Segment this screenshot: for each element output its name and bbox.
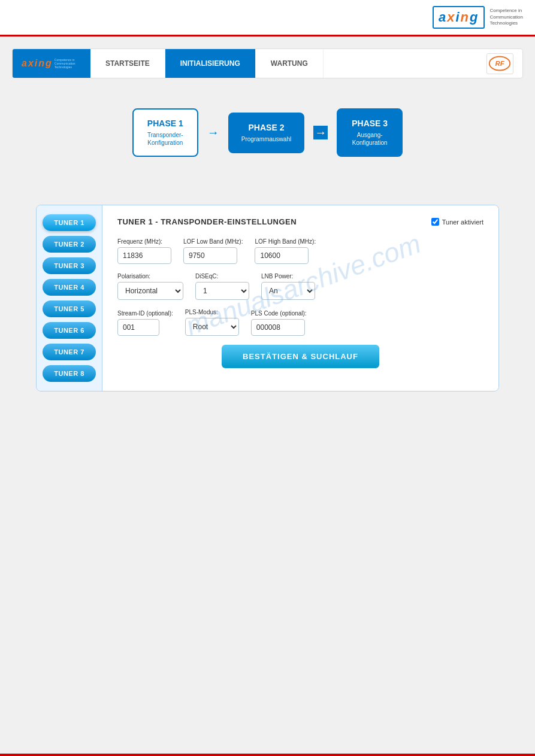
phase-3-box: PHASE 3 Ausgang-Konfiguration xyxy=(337,108,403,157)
tuner-form-area: TUNER 1 - TRANSPONDER-EINSTELLUNGEN Tune… xyxy=(102,205,498,391)
tuner-1-button[interactable]: TUNER 1 xyxy=(43,214,96,231)
form-group-lof-low: LOF Low Band (MHz): xyxy=(183,238,243,264)
phase-container: PHASE 1 Transponder-Konfiguration → PHAS… xyxy=(12,96,523,169)
form-group-pls-modus: PLS-Modus: Root Gold Combo xyxy=(185,309,239,336)
lnb-power-label: LNB Power: xyxy=(261,273,315,280)
pls-code-input[interactable] xyxy=(251,319,305,336)
tuner-panel-wrapper: TUNER 1 TUNER 2 TUNER 3 TUNER 4 TUNER 5 … xyxy=(0,199,535,415)
tuner-4-button[interactable]: TUNER 4 xyxy=(43,279,96,296)
tuner-5-button[interactable]: TUNER 5 xyxy=(43,300,96,317)
freq-input[interactable] xyxy=(117,247,171,264)
nav-logo-sub: Competence inCommunicationTechnologies xyxy=(55,58,75,69)
nav-logo: axing Competence inCommunicationTechnolo… xyxy=(13,49,90,78)
form-group-pls-code: PLS Code (optional): xyxy=(251,310,307,336)
main-content: axing Competence inCommunicationTechnolo… xyxy=(0,37,535,199)
nav-logo-text: axing xyxy=(22,58,53,69)
form-group-lnb-power: LNB Power: An Aus xyxy=(261,273,315,300)
pls-code-label: PLS Code (optional): xyxy=(251,310,307,317)
form-group-lof-high: LOF High Band (MHz): xyxy=(255,238,316,264)
svg-text:RF: RF xyxy=(495,60,504,67)
tuner-panel: TUNER 1 TUNER 2 TUNER 3 TUNER 4 TUNER 5 … xyxy=(36,205,499,391)
form-group-polarisation: Polarisation: Horizontal Vertikal xyxy=(117,273,183,300)
lof-low-label: LOF Low Band (MHz): xyxy=(183,238,243,245)
polarisation-select[interactable]: Horizontal Vertikal xyxy=(117,282,183,300)
tuner-8-button[interactable]: TUNER 8 xyxy=(43,365,96,382)
nav-bar: axing Competence inCommunicationTechnolo… xyxy=(12,48,523,78)
header-logo-area: axing Competence in Communication Techno… xyxy=(433,6,523,29)
lof-high-input[interactable] xyxy=(255,247,309,264)
axing-logo: axing xyxy=(439,10,479,25)
header-tagline: Competence in Communication Technologies xyxy=(489,8,523,26)
phase-1-box: PHASE 1 Transponder-Konfiguration xyxy=(132,108,198,157)
phase-arrow-2: → xyxy=(313,126,328,139)
phase-2-subtitle: Programmauswahl xyxy=(241,135,291,143)
phase-1-subtitle: Transponder-Konfiguration xyxy=(146,131,185,147)
nav-item-initialisierung[interactable]: INITIALISIERUNG xyxy=(165,49,256,78)
tuner-activated-label: Tuner aktiviert xyxy=(442,218,483,226)
tuner-activated-checkbox[interactable] xyxy=(431,218,439,226)
stream-id-input[interactable] xyxy=(117,319,159,336)
form-row-3: Stream-ID (optional): PLS-Modus: Root Go… xyxy=(117,309,483,336)
tuner-6-button[interactable]: TUNER 6 xyxy=(43,322,96,339)
nav-item-startseite[interactable]: STARTSEITE xyxy=(90,49,165,78)
polarisation-label: Polarisation: xyxy=(117,273,183,280)
lof-high-label: LOF High Band (MHz): xyxy=(255,238,316,245)
pls-modus-select[interactable]: Root Gold Combo xyxy=(185,318,239,336)
nav-items: STARTSEITE INITIALISIERUNG WARTUNG xyxy=(90,49,477,78)
form-group-diseqc: DiSEqC: 1 2 3 4 xyxy=(195,273,249,300)
form-row-2: Polarisation: Horizontal Vertikal DiSEqC… xyxy=(117,273,483,300)
form-row-1: Frequenz (MHz): LOF Low Band (MHz): LOF … xyxy=(117,238,483,264)
phase-3-title: PHASE 3 xyxy=(350,119,389,128)
form-group-freq: Frequenz (MHz): xyxy=(117,238,171,264)
confirm-button[interactable]: BESTÄTIGEN & SUCHLAUF xyxy=(222,345,379,368)
tuner-form-header: TUNER 1 - TRANSPONDER-EINSTELLUNGEN Tune… xyxy=(117,217,483,226)
phase-arrow-1: → xyxy=(207,126,219,139)
lof-low-input[interactable] xyxy=(183,247,237,264)
diseqc-label: DiSEqC: xyxy=(195,273,249,280)
top-header: axing Competence in Communication Techno… xyxy=(0,0,535,37)
tuner-form-title: TUNER 1 - TRANSPONDER-EINSTELLUNGEN xyxy=(117,217,297,226)
lnb-power-select[interactable]: An Aus xyxy=(261,282,315,300)
phase-2-title: PHASE 2 xyxy=(241,123,291,132)
tuner-sidebar: TUNER 1 TUNER 2 TUNER 3 TUNER 4 TUNER 5 … xyxy=(37,205,102,391)
tuner-2-button[interactable]: TUNER 2 xyxy=(43,236,96,253)
stream-id-label: Stream-ID (optional): xyxy=(117,310,173,317)
nav-item-wartung[interactable]: WARTUNG xyxy=(256,49,324,78)
form-group-stream-id: Stream-ID (optional): xyxy=(117,310,173,336)
axing-logo-box: axing xyxy=(433,6,485,29)
tuner-activated-container: Tuner aktiviert xyxy=(431,218,483,226)
tuner-7-button[interactable]: TUNER 7 xyxy=(43,344,96,360)
freq-label: Frequenz (MHz): xyxy=(117,238,171,245)
nav-rf-logo: RF xyxy=(477,49,522,78)
pls-modus-label: PLS-Modus: xyxy=(185,309,239,315)
phase-2-box: PHASE 2 Programmauswahl xyxy=(228,113,304,153)
rf-logo-circle: RF xyxy=(486,53,513,74)
phase-3-subtitle: Ausgang-Konfiguration xyxy=(350,131,389,147)
tuner-3-button[interactable]: TUNER 3 xyxy=(43,257,96,274)
bottom-border xyxy=(0,754,535,756)
phase-1-title: PHASE 1 xyxy=(146,119,185,128)
diseqc-select[interactable]: 1 2 3 4 xyxy=(195,282,249,300)
